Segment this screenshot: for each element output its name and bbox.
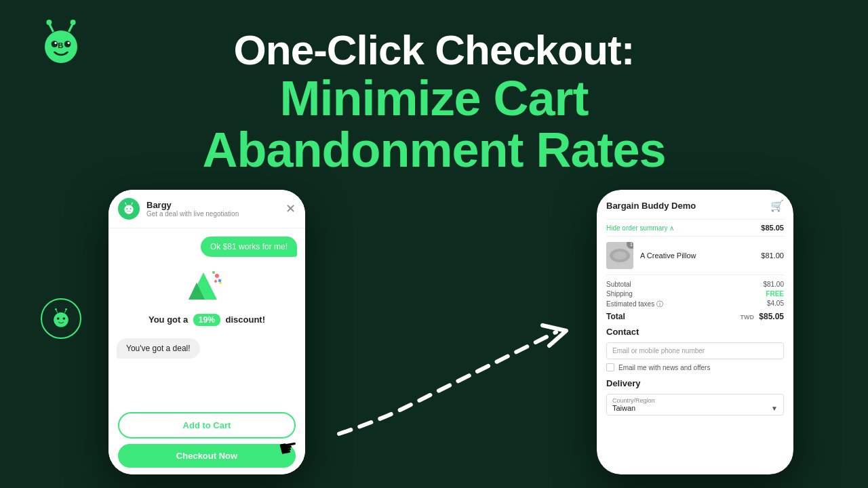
total-currency: TWD xyxy=(740,314,754,321)
add-to-cart-button[interactable]: Add to Cart xyxy=(118,412,296,439)
headline-container: One-Click Checkout: Minimize Cart Abando… xyxy=(0,14,868,176)
left-phone: Bargy Get a deal with live negotiation ✕… xyxy=(108,190,305,474)
svg-point-10 xyxy=(124,205,133,214)
chat-subtitle: Get a deal with live negotiation xyxy=(146,210,285,218)
right-phone: Bargain Buddy Demo 🛒 Hide order summary … xyxy=(597,190,793,474)
left-phone-inner: Bargy Get a deal with live negotiation ✕… xyxy=(108,190,305,474)
svg-line-29 xyxy=(64,310,66,312)
discount-badge: 19% xyxy=(193,314,220,326)
svg-line-13 xyxy=(125,203,127,205)
taxes-row: Estimated taxes ⓘ $4.05 xyxy=(606,300,784,309)
product-thumbnail: 1 xyxy=(606,242,633,269)
you-got-deal-bubble: You've got a deal! xyxy=(117,338,200,359)
chat-header: Bargy Get a deal with live negotiation ✕ xyxy=(108,190,305,228)
country-value-row: Taiwan ▼ xyxy=(612,404,778,412)
svg-point-16 xyxy=(132,203,133,204)
chat-title: Bargy xyxy=(146,200,285,210)
deal-celebration-image xyxy=(183,269,231,310)
svg-point-11 xyxy=(126,208,127,209)
svg-point-28 xyxy=(55,308,57,310)
avatar-bot-icon xyxy=(121,201,136,216)
right-phone-inner: Bargain Buddy Demo 🛒 Hide order summary … xyxy=(597,190,793,474)
svg-line-15 xyxy=(131,203,132,205)
product-name: A Creative Pillow xyxy=(640,251,754,260)
svg-point-19 xyxy=(215,274,219,278)
store-name-row: Bargain Buddy Demo 🛒 xyxy=(606,199,784,212)
checkout-content: Bargain Buddy Demo 🛒 Hide order summary … xyxy=(597,190,793,474)
svg-point-25 xyxy=(57,317,60,320)
floating-bot-svg xyxy=(49,306,73,331)
price-rows: Subtotal $81.00 Shipping FREE Estimated … xyxy=(606,274,784,321)
country-select-wrapper[interactable]: Country/Region Taiwan ▼ xyxy=(606,394,784,415)
order-summary-label: Hide order summary ∧ xyxy=(606,224,674,232)
store-name: Bargain Buddy Demo xyxy=(606,201,696,211)
country-value: Taiwan xyxy=(612,404,635,412)
mountain-celebration-icon xyxy=(183,269,224,303)
floating-bot-icon xyxy=(41,298,81,339)
svg-point-33 xyxy=(613,251,627,260)
headline-line3: Abandonment Rates xyxy=(0,125,868,176)
chat-avatar xyxy=(118,198,140,220)
svg-point-30 xyxy=(65,308,67,310)
chat-popup: Bargy Get a deal with live negotiation ✕… xyxy=(108,190,305,474)
deal-content: You got a 19% discount! xyxy=(117,264,297,331)
headline-line1: One-Click Checkout: xyxy=(0,27,868,73)
country-label: Country/Region xyxy=(612,397,778,404)
order-item: 1 A Creative Pillow $81.00 xyxy=(606,242,784,269)
headline-line2: Minimize Cart xyxy=(0,73,868,125)
svg-point-12 xyxy=(130,208,132,209)
right-phone-container: Bargain Buddy Demo 🛒 Hide order summary … xyxy=(597,190,800,481)
deal-discount-text: You got a 19% discount! xyxy=(149,314,265,326)
cart-icon: 🛒 xyxy=(770,199,784,212)
svg-point-23 xyxy=(214,280,217,283)
shipping-row: Shipping FREE xyxy=(606,290,784,298)
email-offers-checkbox[interactable] xyxy=(606,363,614,371)
svg-point-26 xyxy=(63,317,66,320)
svg-point-14 xyxy=(125,203,126,204)
svg-line-27 xyxy=(56,310,58,312)
total-row: Total TWD $85.05 xyxy=(606,312,784,321)
order-summary-toggle[interactable]: Hide order summary ∧ $85.05 xyxy=(606,219,784,237)
product-price: $81.00 xyxy=(761,251,784,260)
close-icon[interactable]: ✕ xyxy=(285,201,296,216)
chat-actions: Add to Cart Checkout Now xyxy=(108,405,305,474)
dashed-arrow xyxy=(326,298,583,461)
delivery-label: Delivery xyxy=(606,378,784,388)
chat-header-text: Bargy Get a deal with live negotiation xyxy=(146,200,285,218)
delivery-section: Delivery Country/Region Taiwan ▼ xyxy=(606,378,784,415)
svg-point-24 xyxy=(54,312,68,327)
left-phone-container: Bargy Get a deal with live negotiation ✕… xyxy=(108,190,312,481)
email-field[interactable]: Email or mobile phone number xyxy=(606,342,784,359)
email-offers-row: Email me with news and offers xyxy=(606,363,784,371)
chat-message-bubble: Ok $81 works for me! xyxy=(201,237,297,257)
email-offers-label: Email me with news and offers xyxy=(618,364,710,371)
checkout-now-button[interactable]: Checkout Now xyxy=(118,444,296,468)
svg-point-21 xyxy=(212,271,215,274)
chat-body: Ok $81 works for me! xyxy=(108,228,305,405)
subtotal-row: Subtotal $81.00 xyxy=(606,281,784,288)
contact-label: Contact xyxy=(606,327,784,337)
chevron-down-icon: ▼ xyxy=(771,405,778,412)
order-summary-total: $85.05 xyxy=(761,224,784,232)
